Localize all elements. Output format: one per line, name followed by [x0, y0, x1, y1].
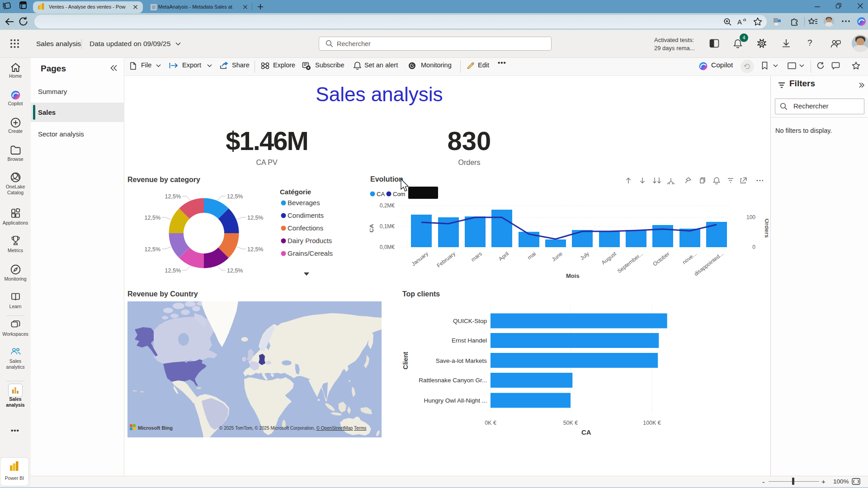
svg-text:October: October — [652, 250, 671, 267]
svg-text:12,5%: 12,5% — [247, 246, 263, 253]
svg-text:12,5%: 12,5% — [227, 267, 243, 274]
svg-text:July: July — [579, 250, 590, 261]
svg-text:February: February — [435, 250, 456, 269]
svg-text:50K €: 50K € — [563, 420, 578, 426]
svg-text:disappointed...: disappointed... — [693, 250, 725, 277]
svg-text:QUICK-Stop: QUICK-Stop — [453, 318, 487, 324]
svg-text:Rattlesnake Canyon Gr...: Rattlesnake Canyon Gr... — [419, 377, 487, 384]
svg-text:January: January — [410, 250, 429, 267]
svg-text:© 2025 TomTom, © 2025 Microsof: © 2025 TomTom, © 2025 Microsoft Corporat… — [219, 426, 366, 431]
svg-text:Client: Client — [402, 352, 409, 369]
svg-text:Confections: Confections — [288, 224, 323, 232]
svg-text:12,5%: 12,5% — [165, 193, 181, 200]
svg-text:0,0M€: 0,0M€ — [380, 244, 395, 250]
svg-text:August: August — [600, 250, 618, 266]
svg-text:Mois: Mois — [566, 272, 580, 279]
svg-text:Ernst Handel: Ernst Handel — [452, 337, 487, 344]
svg-text:Microsoft Bing: Microsoft Bing — [138, 425, 173, 431]
svg-text:Save-a-lot Markets: Save-a-lot Markets — [436, 357, 487, 364]
svg-text:12,5%: 12,5% — [165, 267, 181, 274]
svg-text:12,5%: 12,5% — [145, 246, 160, 253]
svg-text:12,5%: 12,5% — [227, 193, 243, 200]
svg-text:Dairy Products: Dairy Products — [288, 237, 332, 244]
svg-text:CA: CA — [581, 428, 591, 436]
svg-text:100: 100 — [746, 214, 755, 221]
svg-text:A: A — [737, 18, 742, 26]
svg-text:June: June — [551, 250, 564, 263]
svg-text:Condiments: Condiments — [288, 211, 324, 219]
svg-text:nove...: nove... — [681, 250, 698, 265]
svg-text:April: April — [497, 250, 510, 262]
svg-text:CA: CA — [377, 191, 385, 197]
svg-text:Beverages: Beverages — [288, 200, 320, 206]
svg-text:0K €: 0K € — [485, 420, 496, 426]
svg-text:Orders: Orders — [764, 219, 769, 238]
svg-text:0,2M€: 0,2M€ — [380, 202, 395, 209]
svg-text:Grains/Cereals: Grains/Cereals — [288, 249, 333, 257]
svg-text:12,5%: 12,5% — [247, 215, 263, 221]
svg-text:Hungry Owl All-Night ...: Hungry Owl All-Night ... — [424, 397, 487, 404]
svg-text:mai: mai — [526, 250, 537, 261]
svg-text:12,5%: 12,5% — [145, 215, 160, 221]
svg-text:mars: mars — [470, 250, 483, 263]
svg-text:100K €: 100K € — [643, 420, 661, 426]
svg-text:September...: September... — [616, 250, 644, 274]
svg-text:CA: CA — [370, 224, 375, 232]
svg-text:0,1M€: 0,1M€ — [380, 223, 395, 230]
svg-text:0: 0 — [752, 244, 755, 250]
